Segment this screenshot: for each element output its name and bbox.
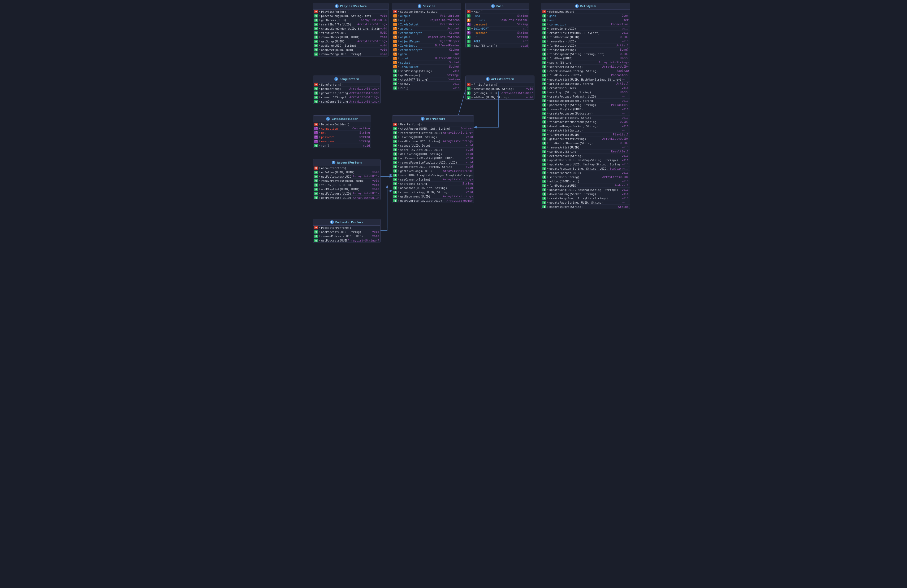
row: g+searchUser(String)ArrayList<UUID> (541, 175, 630, 179)
row: g+main(String[])void (466, 43, 529, 48)
row: g+updatePass(String, UUID, String)void (541, 200, 630, 205)
row: m+PodcasterPerform() (313, 225, 380, 230)
UserPerform-header: C UserPerform (392, 116, 474, 122)
row: g+artistLogin(String, String)Artist? (541, 81, 630, 86)
row: g+checkAnswer(UUID, int, String)boolean (392, 126, 474, 131)
row: f+passwordString (313, 135, 371, 139)
PlaylistPerform-title: PlaylistPerform (340, 5, 367, 8)
row: g+getPodcasts(UUID)ArrayList<String>? (313, 238, 380, 243)
row: m+MelodyHub(User) (541, 10, 630, 14)
row: g+addSong(UUID, String)void (466, 95, 534, 99)
UserPerform-box: C UserPerform m+UserPerform() g+checkAns… (392, 115, 474, 203)
row: g+HOSTString (466, 14, 529, 18)
row: g+createPodcast(Podcast, UUID)void (541, 94, 630, 99)
row: g+getOwners(UUID)ArrayList<UUID> (313, 18, 388, 22)
row: g+findPlaylist(UUID)PlayList? (541, 133, 630, 137)
row: g+updateSong(UUID, HashMap<String, Strin… (541, 188, 630, 192)
row: g+sharePlaylist(UUID, UUID)void (392, 148, 474, 152)
row: f+usernameString (313, 139, 371, 144)
row: g+addOwner(UUID, UUID)void (313, 48, 388, 52)
row: f+inputBufferedReader (392, 56, 461, 61)
row: g+smartShuffle(UUID)ArrayList<String> (313, 22, 388, 27)
SongPerform-icon: C (334, 77, 338, 81)
row: g+createPlaylist(UUID, PlayList)void (541, 31, 630, 35)
row: f+objOutObjectOutputStream (392, 35, 461, 39)
row: g+downloadSong(Socket, String)void (541, 192, 630, 196)
DatabaseBuilder-icon: C (326, 117, 330, 121)
row: g+setAge(UUID, Date)void (392, 144, 474, 148)
PodcasterPerform-icon: C (330, 220, 334, 224)
row: m+PlaylistPerform() (313, 10, 388, 14)
row: g+gsonGson (541, 14, 630, 18)
row: f+accountAccount (392, 27, 461, 31)
row: g+findSong(String)Song? (541, 48, 630, 52)
row: g+uploadSong(Socket, String)void (541, 116, 630, 120)
row: m+Main() (466, 10, 529, 14)
row: g+getGenreArtist(String)ArrayList<UUID> (541, 137, 630, 141)
row: g+shareSong(String)String (392, 182, 474, 186)
row: g+getArtist(String)ArrayList<String> (313, 91, 380, 95)
row: g+addLog(JSONObject)void (541, 179, 630, 184)
Session-icon: C (418, 4, 421, 8)
row: g+checkTOTP(String)boolean (392, 77, 461, 81)
row: g+removeFavoritePlaylist(UUID, UUID)void (392, 160, 474, 165)
row: g+checkPassword(String, String)boolean (541, 69, 630, 73)
row: f+socketSocket (392, 61, 461, 65)
row: g+extractCover(String)void (541, 154, 630, 158)
row: f+objectMapperObjectMapper (392, 39, 461, 43)
row: g+likeSong(UUID, String)void (392, 135, 474, 139)
row: f+cipherDecryptCipher (392, 31, 461, 35)
AccountPerform-title: AccountPerform (337, 161, 362, 165)
row: g+removeSong(UUID, String)void (466, 87, 534, 91)
row: g+sendMessage(String)void (392, 69, 461, 73)
PodcasterPerform-box: C PodcasterPerform m+PodcasterPerform() … (313, 219, 381, 243)
row: g+findSongName(String, String, int)UUID? (541, 52, 630, 56)
ArtistPerform-icon: C (486, 77, 490, 81)
row: g+userUser (541, 18, 630, 22)
row: g+userLogin(String, String)User? (541, 90, 630, 94)
row: g+findArtistUsername(String)UUID? (541, 141, 630, 145)
SongPerform-header: C SongPerform (313, 76, 380, 82)
row: g+removeUser(UUID)void (541, 39, 630, 43)
row: g+createSong(Song, ArrayList<String>)voi… (541, 196, 630, 200)
row: g+refreshNotification(UUID)ArrayList<Str… (392, 131, 474, 135)
row: g+findPodcast(UUID)Podcast? (541, 184, 630, 188)
row: m+Session(Socket, Socket) (392, 10, 461, 14)
row: f+connectionConnection (313, 126, 371, 131)
row: g+placesASong(UUID, String, int)void (313, 14, 388, 18)
row: g+removeOwner(UUID, UUID)void (313, 35, 388, 39)
row: g+seeComment(String)ArrayList<String> (392, 177, 474, 182)
row: g+findArtist(UUID)Artist? (541, 43, 630, 48)
SongPerform-title: SongPerform (340, 77, 359, 81)
UserPerform-icon: C (421, 117, 425, 121)
row: m+AccountPerform() (313, 166, 380, 170)
row: g+commentOfSong(String)ArrayList<String> (313, 95, 380, 99)
row: g+removeSong(UUID)void (541, 27, 630, 31)
row: g+songGenre(String)ArrayList<String> (313, 99, 380, 104)
row: g+getFavoritePlaylist(UUID)ArrayList<UUI… (392, 198, 474, 203)
row: g+podcastLogin(String, String)Podcaster? (541, 103, 630, 107)
row: m+ArtistPerform() (466, 82, 534, 87)
row: g+updatePodcast(UUID, HashMap<String, St… (541, 162, 630, 166)
ArtistPerform-title: ArtistPerform (491, 77, 514, 81)
row: g+setKey()void (392, 81, 461, 86)
row: g+removePlaylist(UUID)void (541, 107, 630, 111)
Session-box: C Session m+Session(Socket, Socket) f+ou… (392, 3, 461, 90)
row: g+addSong(UUID, String)void (313, 43, 388, 48)
Main-icon: C (491, 4, 495, 8)
row: g+removePlaylist(UUID, UUID)void (313, 179, 380, 183)
row: g+getLikedSongs(UUID)ArrayList<String> (392, 169, 474, 173)
row: g+getFollowings(UUID)ArrayList<UUID> (313, 174, 380, 179)
row: g+addPlaylist(UUID, UUID)void (313, 187, 380, 192)
row: g+popularSong()ArrayList<String> (313, 87, 380, 91)
row: f+urlString (313, 131, 371, 135)
row: g+dislikeSong(UUID, String)void (392, 152, 474, 156)
row: f+passwordString (466, 22, 529, 27)
row: m+SongPerform() (313, 82, 380, 87)
row: g+addHistory(UUID, String, String)void (392, 165, 474, 169)
Main-box: C Main m+Main() g+HOSTString f+clientsHa… (465, 3, 529, 48)
row: g+follow(UUID, UUID)void (313, 183, 380, 187)
row: g+removePodcast(UUID, UUID)void (313, 234, 380, 238)
row: g+hashPassword(String)String (541, 205, 630, 209)
row: f+cipherEncryptCipher (392, 48, 461, 52)
